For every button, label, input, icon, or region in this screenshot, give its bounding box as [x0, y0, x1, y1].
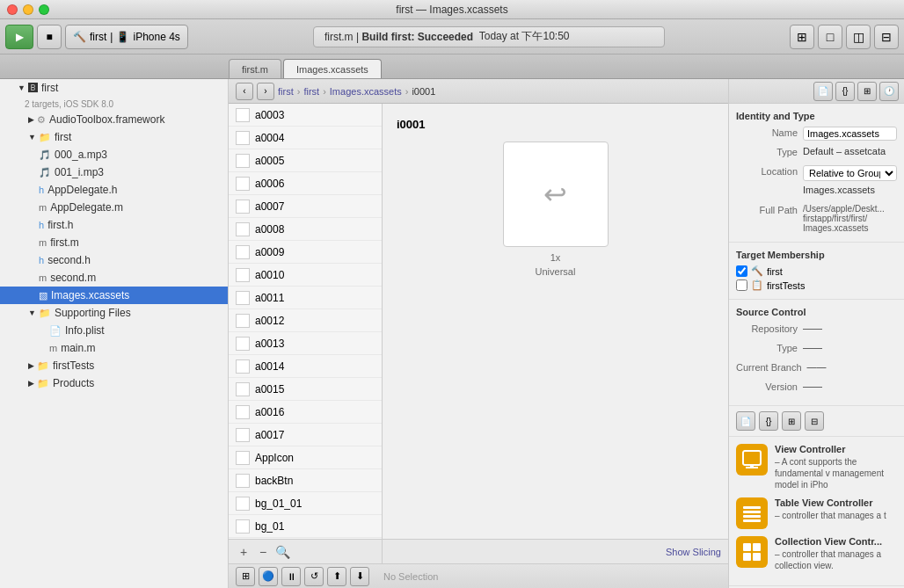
asset-slot[interactable]: ↩ [503, 142, 609, 247]
content-area: ▼ 🅱 first 2 targets, iOS SDK 8.0 ▶ ⚙ Aud… [0, 79, 904, 588]
close-button[interactable] [7, 4, 18, 15]
tpl-view-icon[interactable]: ⊞ [782, 411, 801, 431]
remove-asset-btn[interactable]: − [255, 544, 271, 560]
sidebar-images[interactable]: ▧ Images.xcassets [0, 287, 228, 304]
scheme-selector[interactable]: 🔨 first | 📱 iPhone 4s [65, 25, 188, 49]
rp-code-btn[interactable]: {} [835, 82, 855, 101]
asset-bg0101[interactable]: bg_01_01 [229, 492, 382, 515]
source-section: Source Control Repository —— Type —— Cur… [729, 300, 904, 406]
sidebar-appdelh[interactable]: h AppDelegate.h [0, 181, 228, 199]
bottom-toolbar: ⊞ 🔵 ⏸ ↺ ⬆ ⬇ No Selection [229, 563, 728, 588]
first-target-check[interactable] [736, 265, 747, 277]
view-btn-1[interactable]: ⊞ [790, 25, 814, 49]
view-btn-2[interactable]: □ [818, 25, 842, 49]
status-time: Today at 下午10:50 [479, 29, 570, 44]
window-controls[interactable] [7, 4, 49, 15]
products-icon: 📁 [37, 378, 49, 389]
tv-template-text: Table View Controller – controller that … [775, 497, 897, 521]
sidebar-firstm[interactable]: m first.m [0, 234, 228, 251]
add-asset-btn[interactable]: + [236, 544, 252, 560]
firsth-icon: h [39, 220, 44, 230]
collapse-first-icon[interactable]: ▼ [28, 133, 36, 142]
search-asset-btn[interactable]: 🔍 [274, 544, 290, 560]
expand-products-icon[interactable]: ▶ [28, 379, 34, 388]
bottom-btn-4[interactable]: ↺ [304, 567, 324, 586]
sidebar-first-group[interactable]: ▼ 📁 first [0, 128, 228, 146]
tpl-file-icon[interactable]: 📄 [736, 411, 755, 431]
asset-a0005[interactable]: a0005 [229, 149, 382, 172]
sidebar-supporting[interactable]: ▼ 📁 Supporting Files [0, 304, 228, 322]
asset-a0010[interactable]: a0010 [229, 264, 382, 287]
rp-attr-btn[interactable]: ⊞ [857, 82, 877, 101]
nav-forward[interactable]: › [257, 83, 274, 100]
cv-template-desc: – controller that manages a collection v… [775, 548, 897, 571]
bottom-btn-5[interactable]: ⬆ [327, 567, 346, 586]
nav-back[interactable]: ‹ [236, 83, 253, 100]
asset-a0012[interactable]: a0012 [229, 309, 382, 332]
breadcrumb: first › first › Images.xcassets › i0001 [278, 86, 435, 97]
view-btn-4[interactable]: ⊟ [874, 25, 899, 49]
breadcrumb-images[interactable]: Images.xcassets [330, 86, 402, 97]
type-label: Type [736, 146, 798, 157]
asset-a0003[interactable]: a0003 [229, 104, 382, 127]
asset-a0006[interactable]: a0006 [229, 172, 382, 195]
asset-a0015[interactable]: a0015 [229, 378, 382, 401]
sidebar-audiotools[interactable]: ▶ ⚙ AudioToolbox.framework [0, 111, 228, 128]
asset-a0014[interactable]: a0014 [229, 355, 382, 378]
sidebar-appdel[interactable]: m AppDelegate.m [0, 199, 228, 216]
show-slicing-btn[interactable]: Show Slicing [666, 547, 721, 557]
sidebar-firsth[interactable]: h first.h [0, 216, 228, 234]
asset-a0007[interactable]: a0007 [229, 195, 382, 218]
collapse-icon[interactable]: ▼ [18, 83, 26, 92]
sidebar-project[interactable]: ▼ 🅱 first [0, 79, 228, 97]
tpl-grid-icon[interactable]: ⊟ [805, 411, 824, 431]
firsttests-target-check[interactable] [736, 279, 747, 291]
bottom-btn-2[interactable]: 🔵 [259, 567, 278, 586]
scheme-icon: 🔨 [73, 31, 86, 43]
rp-hist-btn[interactable]: 🕐 [879, 82, 899, 101]
sidebar-infoplist[interactable]: 📄 Info.plist [0, 322, 228, 339]
firsttests-icon: 📁 [37, 360, 49, 372]
stop-button[interactable]: ■ [37, 25, 62, 49]
sidebar-secondh[interactable]: h second.h [0, 251, 228, 269]
expand-firsttests-icon[interactable]: ▶ [28, 361, 34, 370]
name-input[interactable] [803, 127, 897, 141]
tab-firstm[interactable]: first.m [229, 59, 281, 78]
collapse-supporting-icon[interactable]: ▼ [28, 309, 36, 317]
breadcrumb-first1[interactable]: first [278, 86, 294, 97]
sidebar-mainm[interactable]: m main.m [0, 339, 228, 357]
breadcrumb-first2[interactable]: first [303, 86, 319, 97]
asset-a0016[interactable]: a0016 [229, 401, 382, 424]
tpl-code-icon[interactable]: {} [759, 411, 778, 431]
asset-a0004[interactable]: a0004 [229, 127, 382, 149]
sidebar-001i[interactable]: 🎵 001_i.mp3 [0, 163, 228, 181]
location-select[interactable]: Relative to Group [803, 165, 897, 181]
project-meta: 2 targets, iOS SDK 8.0 [0, 97, 228, 111]
svg-rect-6 [743, 519, 761, 522]
bottom-btn-3[interactable]: ⏸ [281, 567, 301, 586]
sidebar-000a[interactable]: 🎵 000_a.mp3 [0, 146, 228, 163]
sidebar-secondm[interactable]: m second.m [0, 269, 228, 287]
sidebar-firsttests[interactable]: ▶ 📁 firstTests [0, 357, 228, 374]
asset-a0009[interactable]: a0009 [229, 241, 382, 264]
asset-a0013[interactable]: a0013 [229, 332, 382, 355]
tab-firstm-label: first.m [242, 64, 268, 75]
tab-images[interactable]: Images.xcassets [283, 59, 382, 78]
asset-bg01[interactable]: bg_01 [229, 515, 382, 538]
maximize-button[interactable] [39, 4, 49, 15]
bottom-btn-6[interactable]: ⬇ [350, 567, 369, 586]
asset-a0011[interactable]: a0011 [229, 287, 382, 309]
firsth-label: first.h [47, 219, 73, 231]
bottom-btn-1[interactable]: ⊞ [236, 567, 255, 586]
asset-viewer-title: i0001 [397, 118, 426, 131]
rp-file-btn[interactable]: 📄 [813, 82, 833, 101]
asset-backbtn[interactable]: backBtn [229, 469, 382, 492]
asset-a0017[interactable]: a0017 [229, 424, 382, 446]
run-button[interactable]: ▶ [5, 25, 33, 49]
view-btn-3[interactable]: ◫ [846, 25, 871, 49]
asset-a0008[interactable]: a0008 [229, 218, 382, 241]
asset-appicon[interactable]: AppIcon [229, 446, 382, 469]
sidebar-products[interactable]: ▶ 📁 Products [0, 374, 228, 392]
expand-icon[interactable]: ▶ [28, 115, 34, 124]
minimize-button[interactable] [23, 4, 33, 15]
